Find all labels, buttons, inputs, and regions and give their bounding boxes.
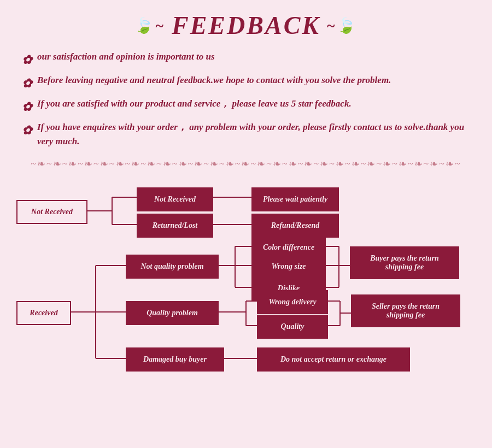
header-section: 🍃~ FEEDBACK ~🍃 [16, 11, 476, 40]
title-text: FEEDBACK [172, 11, 320, 40]
bullet-text-1: our satisfaction and opinion is importan… [37, 50, 215, 64]
page-title: 🍃~ FEEDBACK ~🍃 [134, 11, 357, 40]
bullet-item-3: ✿ If you are satisfied with our product … [22, 97, 470, 116]
root-not-received: Not Received [16, 200, 87, 224]
deco-left-icon: 🍃~ [134, 16, 165, 34]
bullet-item-1: ✿ our satisfaction and opinion is import… [22, 50, 470, 69]
bullet-text-4: If you have enquires with your order， an… [37, 120, 470, 148]
outcome-buyer-pays: Buyer pays the return shipping fee [350, 246, 459, 279]
branch-not-quality: Not quality problem [126, 255, 219, 279]
outcome-please-wait: Please wait patiently [251, 187, 339, 211]
leaf-wrong-delivery: Wrong delivery [257, 290, 328, 314]
divider: ~❧~❧~❧~❧~❧~❧~❧~❧~❧~❧~❧~❧~❧~❧~❧~❧~❧~❧~❧~❧… [16, 158, 476, 170]
bullet-icon-1: ✿ [22, 51, 32, 69]
outcome-refund-resend: Refund/Resend [251, 214, 339, 238]
branch-returned-lost: Returned/Lost [137, 214, 213, 238]
bullet-text-2: Before leaving negative and neutral feed… [37, 73, 391, 87]
flowchart: Not Received Not Received Returned/Lost … [16, 181, 492, 410]
bullet-icon-2: ✿ [22, 74, 32, 92]
branch-quality-problem: Quality problem [126, 301, 219, 325]
leaf-quality: Quality [257, 315, 328, 339]
root-received: Received [16, 301, 71, 325]
bullet-item-4: ✿ If you have enquires with your order， … [22, 120, 470, 148]
bullet-item-2: ✿ Before leaving negative and neutral fe… [22, 73, 470, 92]
bullet-text-3: If you are satisfied with our product an… [37, 97, 352, 111]
deco-right-icon: ~🍃 [327, 16, 358, 34]
outcome-seller-pays: Seller pays the return shipping fee [351, 294, 460, 327]
branch-not-received: Not Received [137, 187, 213, 211]
bullet-list: ✿ our satisfaction and opinion is import… [22, 50, 470, 148]
outcome-no-return: Do not accept return or exchange [257, 347, 410, 372]
leaf-wrong-size: Wrong size [251, 255, 326, 279]
branch-damaged: Damaged buy buyer [126, 347, 224, 372]
bullet-icon-4: ✿ [22, 121, 32, 139]
bullet-icon-3: ✿ [22, 98, 32, 116]
